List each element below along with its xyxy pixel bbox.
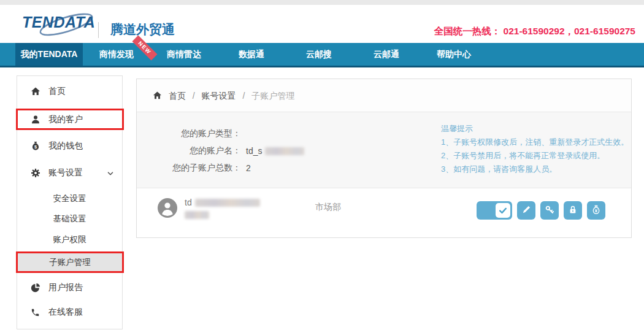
brand-name: 腾道外贸通 <box>110 21 175 38</box>
key-icon <box>545 205 554 217</box>
chevron-down-icon <box>107 169 114 179</box>
tendata-logo: TENDATA <box>22 13 102 36</box>
nav-item-business-discovery[interactable]: 商情发现 NEW <box>83 43 150 66</box>
tips-title: 温馨提示 <box>441 122 629 136</box>
subaccount-actions <box>477 201 605 220</box>
breadcrumb-separator: / <box>193 91 195 101</box>
sidebar-item-my-customers[interactable]: 我的客户 <box>16 109 124 130</box>
user-icon <box>30 114 40 125</box>
account-name-label: 您的账户名： <box>161 145 241 156</box>
tip-line: 2、子账号禁用后，将不能再正常登录或使用。 <box>441 149 629 163</box>
tip-line: 3、如有问题，请咨询客服人员。 <box>441 163 629 176</box>
account-info-section: 您的账户类型： 您的账户名： td_s 您的子账户总数： 2 温馨提示 1、子账… <box>137 112 631 188</box>
masked-text <box>195 199 260 207</box>
lock-button[interactable] <box>564 201 582 220</box>
sidebar-item-label: 我的客户 <box>48 114 83 125</box>
subaccount-name: td <box>185 196 260 221</box>
sidebar-subitem-account-permissions[interactable]: 账户权限 <box>17 231 122 248</box>
pencil-icon <box>522 205 531 216</box>
check-icon <box>496 203 510 218</box>
department-label: 市场部 <box>315 202 341 213</box>
sidebar-subitem-security-settings[interactable]: 安全设置 <box>17 190 122 207</box>
masked-text <box>185 211 209 219</box>
home-icon <box>30 86 40 97</box>
wallet-icon: $ <box>30 141 40 152</box>
breadcrumb: 首页 / 账号设置 / 子账户管理 <box>137 79 631 112</box>
home-icon <box>153 80 162 113</box>
tips-panel: 温馨提示 1、子账号权限修改后，注销、重新登录才正式生效。 2、子账号禁用后，将… <box>441 122 629 176</box>
sidebar-item-online-service[interactable]: 在线客服 <box>17 301 122 323</box>
reset-password-button[interactable] <box>540 201 559 220</box>
hotline: 全国统一热线： 021-61590292，021-61590275 <box>434 25 635 38</box>
sidebar-item-home[interactable]: 首页 <box>17 80 122 102</box>
sidebar-item-my-wallet[interactable]: $ 我的钱包 <box>17 135 122 157</box>
money-bag-icon <box>591 205 601 217</box>
subaccount-total-value: 2 <box>246 163 251 173</box>
sidebar-subitem-basic-settings[interactable]: 基础设置 <box>17 210 122 228</box>
pie-chart-icon <box>30 283 40 293</box>
sidebar-item-label: 我的钱包 <box>48 140 83 152</box>
nav-item-my-tendata[interactable]: 我的TENDATA <box>15 43 83 66</box>
account-name-value: td_s <box>246 146 262 156</box>
header: TENDATA 腾道外贸通 全国统一热线： 021-61590292，021-6… <box>0 5 644 43</box>
nav-item-business-radar[interactable]: 商情雷达 <box>150 43 218 66</box>
top-strip <box>0 0 644 5</box>
sidebar-subitem-subaccount-management[interactable]: 子账户管理 <box>16 251 124 273</box>
hotline-numbers: 021-61590292，021-61590275 <box>504 26 635 36</box>
subaccount-name-prefix: td <box>185 198 192 207</box>
subaccount-row: td 市场部 <box>137 188 631 237</box>
breadcrumb-home[interactable]: 首页 <box>169 91 186 101</box>
nav-item-label: 商情发现 <box>99 49 134 59</box>
gear-icon <box>30 168 40 178</box>
breadcrumb-account-settings[interactable]: 账号设置 <box>202 91 236 101</box>
logo-text: TENDATA <box>22 13 95 31</box>
sidebar-item-account-settings[interactable]: 账号设置 <box>17 162 122 184</box>
wallet-button[interactable] <box>587 201 605 220</box>
sidebar-item-label: 首页 <box>48 86 66 97</box>
breadcrumb-current: 子账户管理 <box>251 91 294 101</box>
nav-item-data-link[interactable]: 数据通 <box>218 43 285 66</box>
lock-icon <box>568 205 578 217</box>
phone-icon <box>30 307 40 318</box>
tip-line: 1、子账号权限修改后，注销、重新登录才正式生效。 <box>441 136 629 149</box>
account-type-label: 您的账户类型： <box>161 128 241 139</box>
main-nav: 我的TENDATA 商情发现 NEW 商情雷达 数据通 云邮搜 云邮通 帮助中心 <box>0 43 644 67</box>
subaccount-total-label: 您的子账户总数： <box>161 163 241 174</box>
enable-toggle[interactable] <box>477 201 512 220</box>
masked-text <box>265 147 304 155</box>
nav-item-cloud-mail[interactable]: 云邮通 <box>353 43 420 66</box>
edit-button[interactable] <box>517 201 535 220</box>
sidebar-item-label: 账号设置 <box>48 167 83 178</box>
avatar <box>158 198 177 218</box>
account-info-rows: 您的账户类型： 您的账户名： td_s 您的子账户总数： 2 <box>161 125 304 177</box>
sidebar-item-label: 用户报告 <box>48 282 83 293</box>
sidebar: 首页 我的客户 $ 我的钱包 账号设置 安全设置 基础设置 账户权限 子 <box>17 75 123 329</box>
account-type-row: 您的账户类型： <box>161 125 304 142</box>
sidebar-item-label: 在线客服 <box>48 307 83 318</box>
page: TENDATA 腾道外贸通 全国统一热线： 021-61590292，021-6… <box>0 0 644 330</box>
hotline-label: 全国统一热线： <box>434 26 501 36</box>
breadcrumb-separator: / <box>242 91 245 101</box>
account-name-row: 您的账户名： td_s <box>161 142 304 159</box>
main-panel: 首页 / 账号设置 / 子账户管理 您的账户类型： 您的账户名： td_s 您的… <box>136 79 632 238</box>
nav-item-cloud-mail-search[interactable]: 云邮搜 <box>285 43 353 66</box>
nav-item-help-center[interactable]: 帮助中心 <box>420 43 488 66</box>
subaccount-total-row: 您的子账户总数： 2 <box>161 159 304 177</box>
sidebar-item-user-report[interactable]: 用户报告 <box>17 277 122 299</box>
